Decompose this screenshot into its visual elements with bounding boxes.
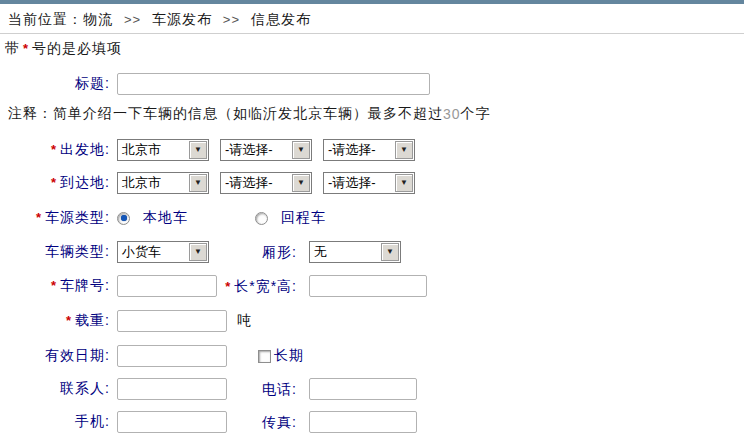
departure-province-select[interactable]: 北京市 ▼: [117, 139, 209, 161]
load-unit-label: 吨: [237, 312, 252, 330]
note-prefix: 注释：: [8, 105, 53, 123]
note-suffix: 个字: [461, 105, 491, 123]
note-text: 简单介绍一下车辆的信息（如临沂发北京车辆）最多不超过: [53, 105, 443, 123]
required-asterisk: *: [48, 175, 60, 190]
box-shape-label: 厢形:: [180, 240, 303, 264]
note-row: 注释：简单介绍一下车辆的信息（如临沂发北京车辆）最多不超过30个字: [0, 102, 744, 126]
load-input[interactable]: [117, 310, 227, 332]
departure-city-select[interactable]: -请选择- ▼: [220, 139, 312, 161]
plate-label: *车牌号:: [0, 277, 117, 295]
phone-label: 电话:: [180, 377, 303, 401]
long-term-checkbox[interactable]: [258, 350, 271, 363]
dimensions-label: *长*宽*高:: [180, 274, 303, 299]
radio-local-vehicle[interactable]: [117, 212, 130, 225]
required-asterisk: *: [33, 210, 45, 225]
radio-return-vehicle[interactable]: [255, 212, 268, 225]
arrival-label: *到达地:: [0, 174, 117, 192]
dropdown-arrow-icon: ▼: [189, 141, 207, 159]
dropdown-arrow-icon: ▼: [395, 141, 413, 159]
departure-row: *出发地: 北京市 ▼ -请选择- ▼ -请选择- ▼: [0, 138, 744, 162]
fax-label: 传真:: [180, 410, 303, 434]
mobile-label: 手机:: [0, 413, 117, 431]
arrival-city-select[interactable]: -请选择- ▼: [220, 172, 312, 194]
box-shape-select[interactable]: 无 ▼: [309, 241, 401, 263]
dropdown-arrow-icon: ▼: [381, 243, 399, 261]
vehicle-info-form: 标题: 注释：简单介绍一下车辆的信息（如临沂发北京车辆）最多不超过30个字 *出…: [0, 0, 744, 438]
source-type-row: *车源类型: 本地车 回程车: [0, 206, 744, 230]
mobile-row: 手机: 传真:: [0, 410, 744, 434]
departure-district-select[interactable]: -请选择- ▼: [323, 139, 415, 161]
required-asterisk: *: [48, 278, 60, 293]
vehicle-type-row: 车辆类型: 小货车 ▼ 厢形: 无 ▼: [0, 240, 744, 264]
contact-row: 联系人: 电话:: [0, 377, 744, 401]
radio-return-vehicle-label: 回程车: [281, 209, 326, 227]
fax-input[interactable]: [309, 411, 417, 433]
note-max-count: 30: [443, 106, 461, 122]
required-asterisk: *: [48, 142, 60, 157]
dropdown-arrow-icon: ▼: [292, 174, 310, 192]
required-asterisk: *: [63, 313, 75, 328]
arrival-province-select[interactable]: 北京市 ▼: [117, 172, 209, 194]
title-row: 标题:: [0, 72, 744, 96]
dimensions-input[interactable]: [309, 275, 427, 297]
title-input[interactable]: [117, 73, 430, 95]
long-term-label: 长期: [274, 347, 304, 365]
phone-input[interactable]: [309, 378, 417, 400]
load-label: *载重:: [0, 312, 117, 330]
contact-label: 联系人:: [0, 380, 117, 398]
required-asterisk: *: [222, 279, 234, 294]
source-type-label: *车源类型:: [0, 209, 117, 227]
vehicle-type-label: 车辆类型:: [0, 243, 117, 261]
arrival-row: *到达地: 北京市 ▼ -请选择- ▼ -请选择- ▼: [0, 171, 744, 195]
dropdown-arrow-icon: ▼: [189, 174, 207, 192]
departure-label: *出发地:: [0, 141, 117, 159]
radio-local-vehicle-label: 本地车: [143, 209, 188, 227]
plate-row: *车牌号: *长*宽*高:: [0, 274, 744, 298]
title-label: 标题:: [0, 75, 117, 93]
dropdown-arrow-icon: ▼: [395, 174, 413, 192]
valid-date-input[interactable]: [117, 345, 227, 367]
dropdown-arrow-icon: ▼: [292, 141, 310, 159]
load-row: *载重: 吨: [0, 309, 744, 333]
arrival-district-select[interactable]: -请选择- ▼: [323, 172, 415, 194]
valid-date-label: 有效日期:: [0, 347, 117, 365]
valid-date-row: 有效日期: 长期: [0, 344, 744, 368]
